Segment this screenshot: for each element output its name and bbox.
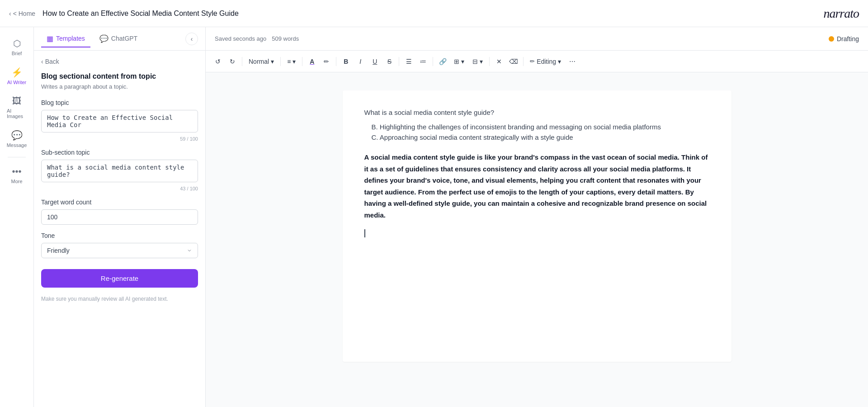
templates-tab-label: Templates (56, 35, 85, 42)
editing-chevron-icon: ▾ (558, 58, 561, 65)
sub-section-input[interactable]: What is a social media content style gui… (41, 160, 198, 182)
top-header: ‹ < Home How to Create an Effective Soci… (0, 0, 868, 27)
brief-icon: ⬡ (13, 38, 21, 49)
image-chevron-icon: ▾ (461, 58, 464, 65)
drafting-label: Drafting (837, 35, 859, 43)
redo-button[interactable]: ↻ (226, 55, 239, 68)
tone-group: Tone Friendly Professional Casual Formal (41, 232, 198, 258)
drafting-dot-icon (829, 36, 834, 42)
align-icon: ≡ (287, 58, 291, 65)
home-label: < Home (13, 10, 35, 17)
editor-content-wrapper[interactable]: What is a social media content style gui… (206, 72, 868, 407)
bold-button[interactable]: B (339, 55, 353, 68)
toolbar-divider-1 (242, 57, 242, 66)
narrato-logo: narrato (823, 6, 859, 21)
toolbar-divider-7 (489, 57, 490, 66)
editor-statusbar: Saved seconds ago 509 words Drafting (206, 27, 868, 51)
italic-button[interactable]: I (354, 55, 367, 68)
content-body: A social media content style guide is li… (364, 151, 710, 221)
panel-tabs: ▦ Templates 💬 ChatGPT ‹ (34, 27, 205, 51)
blog-topic-input[interactable]: How to Create an Effective Social Media … (41, 110, 198, 133)
word-count-input[interactable]: 100 (41, 209, 198, 225)
image-icon: ⊞ (454, 58, 459, 65)
save-status: Saved seconds ago (215, 35, 266, 42)
panel-collapse-button[interactable]: ‹ (185, 33, 198, 45)
table-dropdown[interactable]: ⊟ ▾ (469, 56, 486, 67)
toolbar-divider-5 (399, 57, 399, 66)
back-chevron-icon: ‹ (41, 58, 43, 65)
sidebar-divider (8, 157, 26, 157)
link-button[interactable]: 🔗 (436, 55, 449, 68)
left-sidebar: ⬡ Brief ⚡ AI Writer 🖼 AI Images 💬 Messag… (0, 27, 34, 407)
sidebar-item-ai-writer[interactable]: ⚡ AI Writer (1, 63, 32, 89)
tone-label: Tone (41, 232, 198, 239)
ai-images-icon: 🖼 (12, 96, 21, 106)
strikethrough-button[interactable]: S (382, 55, 396, 68)
disclaimer-text: Make sure you manually review all AI gen… (41, 295, 198, 303)
template-desc: Writes a paragraph about a topic. (41, 83, 198, 90)
blog-topic-char-count: 59 / 100 (41, 136, 198, 142)
sidebar-item-ai-images[interactable]: 🖼 AI Images (1, 92, 32, 123)
sidebar-label-ai-writer: AI Writer (7, 80, 27, 85)
toolbar-divider-2 (280, 57, 281, 66)
align-chevron-icon: ▾ (292, 58, 296, 65)
home-link[interactable]: ‹ < Home (9, 10, 35, 17)
sub-section-char-count: 43 / 100 (41, 186, 198, 191)
sub-section-group: Sub-section topic What is a social media… (41, 149, 198, 191)
regenerate-button[interactable]: Re-generate (41, 269, 198, 288)
numbered-list-button[interactable]: ≔ (416, 55, 430, 68)
undo-button[interactable]: ↺ (211, 55, 225, 68)
text-cursor (364, 229, 365, 237)
toolbar-divider-4 (336, 57, 336, 66)
blog-topic-label: Blog topic (41, 99, 198, 106)
editor-content[interactable]: What is a social media content style gui… (343, 90, 731, 362)
more-options-button[interactable]: ⋯ (566, 55, 579, 68)
sub-section-label: Sub-section topic (41, 149, 198, 156)
editor-area: Saved seconds ago 509 words Drafting ↺ ↻… (206, 27, 868, 407)
clear-format-button[interactable]: ✕ (492, 55, 506, 68)
list-item: B. Highlighting the challenges of incons… (364, 122, 710, 132)
erase-button[interactable]: ⌫ (507, 55, 520, 68)
sidebar-label-brief: Brief (12, 51, 22, 56)
template-title: Blog sectional content from topic (41, 72, 198, 80)
sidebar-item-brief[interactable]: ⬡ Brief (1, 34, 32, 60)
bullet-list-button[interactable]: ☰ (402, 55, 415, 68)
back-button[interactable]: ‹ Back (41, 58, 198, 65)
text-color-button[interactable]: A (305, 55, 319, 68)
ai-writer-icon: ⚡ (11, 67, 23, 78)
panel: ▦ Templates 💬 ChatGPT ‹ ‹ Back Blog sect… (34, 27, 206, 407)
tab-templates[interactable]: ▦ Templates (41, 31, 90, 47)
style-dropdown-label: Normal (249, 58, 269, 65)
sidebar-item-message[interactable]: 💬 Message (1, 126, 32, 151)
panel-content: ‹ Back Blog sectional content from topic… (34, 51, 205, 407)
word-count-display: 509 words (272, 35, 299, 42)
align-dropdown[interactable]: ≡ ▾ (283, 56, 299, 67)
more-icon: ••• (12, 166, 21, 177)
image-dropdown[interactable]: ⊞ ▾ (450, 56, 468, 67)
tone-select[interactable]: Friendly Professional Casual Formal (41, 243, 198, 258)
editor-toolbar: ↺ ↻ Normal ▾ ≡ ▾ A ✏ B I U S ☰ ≔ 🔗 (206, 51, 868, 72)
table-icon: ⊟ (472, 58, 478, 65)
tab-chatgpt[interactable]: 💬 ChatGPT (94, 31, 143, 47)
editing-dropdown[interactable]: ✏ Editing ▾ (526, 56, 565, 67)
doc-title: How to Create an Effective Social Media … (42, 9, 816, 18)
highlight-button[interactable]: ✏ (320, 55, 333, 68)
sidebar-label-ai-images: AI Images (7, 108, 27, 119)
content-question: What is a social media content style gui… (364, 109, 710, 116)
blog-topic-group: Blog topic How to Create an Effective So… (41, 99, 198, 142)
back-label: Back (45, 58, 59, 65)
toolbar-divider-8 (523, 57, 524, 66)
message-icon: 💬 (11, 130, 23, 141)
chatgpt-tab-label: ChatGPT (111, 35, 137, 42)
underline-button[interactable]: U (368, 55, 382, 68)
sidebar-item-more[interactable]: ••• More (1, 163, 32, 188)
toolbar-divider-3 (302, 57, 302, 66)
word-count-group: Target word count 100 (41, 199, 198, 225)
sidebar-label-more: More (11, 179, 22, 184)
style-dropdown[interactable]: Normal ▾ (245, 56, 278, 67)
templates-tab-icon: ▦ (47, 34, 53, 43)
drafting-badge: Drafting (829, 35, 859, 43)
chatgpt-tab-icon: 💬 (99, 34, 108, 43)
main-layout: ⬡ Brief ⚡ AI Writer 🖼 AI Images 💬 Messag… (0, 27, 868, 407)
home-chevron-icon: ‹ (9, 10, 11, 17)
